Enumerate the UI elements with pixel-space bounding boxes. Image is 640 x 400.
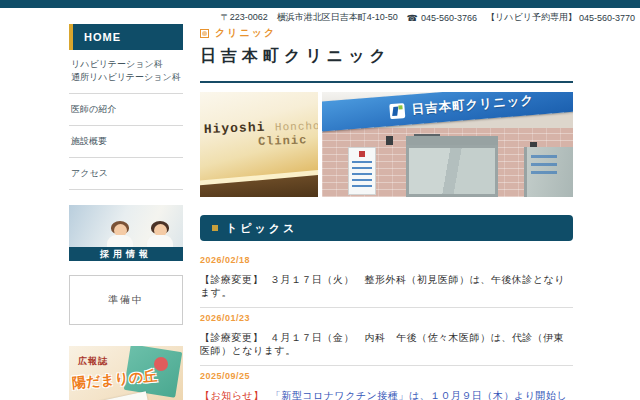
sidebar-item-home[interactable]: HOME [69, 24, 183, 50]
page-title: 日吉本町クリニック [200, 46, 573, 83]
sidebar-item-rehabilitation[interactable]: リハビリテーション科 [71, 58, 183, 71]
staff-person-1 [105, 220, 135, 247]
side-window [524, 147, 573, 197]
recruit-banner[interactable]: 採用情報 [69, 205, 183, 261]
clinic-homepage: 〒223-0062 横浜市港北区日吉本町4-10-50 ☎ 045-560-37… [0, 0, 640, 400]
entrance-door [406, 145, 498, 197]
door-transom [406, 136, 498, 145]
clinic-icon [200, 29, 209, 38]
sidebar-item-day-rehabilitation[interactable]: 通所リハビリテーション科 [71, 71, 183, 84]
preparing-box: 準備中 [69, 275, 183, 325]
tel-number: 045-560-3766 [421, 13, 477, 23]
recruit-photo [69, 205, 183, 247]
magazine-banner[interactable]: 広報誌 陽だまりの丘 [69, 346, 183, 400]
topics-bullet-icon [212, 225, 218, 231]
news-item: 2025/09/25 【お知らせ】「新型コロナワクチン接種」は、１０月９日（木）… [200, 366, 573, 400]
phone-icon: ☎ [407, 13, 418, 23]
exterior-signboard: 日吉本町クリニック [322, 92, 573, 132]
magazine-label: 広報誌 [78, 355, 108, 368]
exterior-photo: 日吉本町クリニック [322, 92, 573, 197]
sidebar: HOME リハビリテーション科 通所リハビリテーション科 医師の紹介 施設概要 … [69, 24, 183, 400]
top-accent-bar [0, 0, 640, 8]
signboard-text-lines [352, 161, 372, 191]
news-date: 2025/09/25 [200, 371, 573, 381]
medical-cross-icon [359, 151, 365, 157]
wall-lamp [386, 136, 393, 145]
clinic-logo-icon [389, 103, 405, 119]
news-date: 2026/01/23 [200, 313, 573, 323]
nav-group-rehab: リハビリテーション科 通所リハビリテーション科 [69, 50, 183, 94]
category-label: クリニック [215, 26, 276, 40]
news-text: 【お知らせ】「新型コロナワクチン接種」は、１０月９日（木）より開始します。詳細は… [200, 389, 573, 400]
magazine-page-sheet [99, 391, 151, 400]
news-list: 2026/02/18 【診療変更】３月１７日（火） 整形外科（初見医師）は、午後… [200, 250, 573, 400]
clinic-photos: Hiyoshi Honcho Clinic 日吉本町クリニック [200, 92, 573, 197]
staff-person-2 [145, 220, 175, 247]
exterior-sign-text: 日吉本町クリニック [411, 92, 535, 118]
news-date: 2026/02/18 [200, 255, 573, 265]
main-content: クリニック 日吉本町クリニック Hiyoshi Honcho Clinic 日吉 [200, 26, 573, 400]
header-contact: 〒223-0062 横浜市港北区日吉本町4-10-50 ☎ 045-560-37… [221, 11, 635, 24]
interior-wall-sign: Hiyoshi Honcho Clinic [204, 118, 316, 151]
interior-photo: Hiyoshi Honcho Clinic [200, 92, 318, 197]
news-item: 2026/02/18 【診療変更】３月１７日（火） 整形外科（初見医師）は、午後… [200, 250, 573, 308]
postal-code: 〒223-0062 [221, 11, 268, 24]
sidebar-item-doctors[interactable]: 医師の紹介 [69, 94, 183, 126]
sidebar-item-access[interactable]: アクセス [69, 158, 183, 190]
topics-heading-bar: トピックス [200, 215, 573, 241]
breadcrumb-category: クリニック [200, 26, 573, 40]
news-link[interactable]: 【お知らせ】「新型コロナワクチン接種」は、１０月９日（木）より開始します。詳細は… [200, 390, 567, 400]
news-text: 【診療変更】４月１７日（金） 内科 午後（佐々木医師）は、代診（伊東医師）となり… [200, 331, 573, 357]
rehab-reserve-label: 【リハビリ予約専用】 [486, 11, 577, 24]
topics-heading: トピックス [226, 221, 297, 236]
recruit-banner-label: 採用情報 [69, 247, 183, 261]
news-text: 【診療変更】３月１７日（火） 整形外科（初見医師）は、午後休診となります。 [200, 273, 573, 299]
rehab-tel-number: 045-560-3770 [579, 13, 635, 23]
address: 横浜市港北区日吉本町4-10-50 [277, 11, 398, 24]
sidebar-nav: リハビリテーション科 通所リハビリテーション科 医師の紹介 施設概要 アクセス [69, 50, 183, 190]
sidebar-item-facility[interactable]: 施設概要 [69, 126, 183, 158]
news-item: 2026/01/23 【診療変更】４月１７日（金） 内科 午後（佐々木医師）は、… [200, 308, 573, 366]
info-signboard [348, 147, 376, 195]
